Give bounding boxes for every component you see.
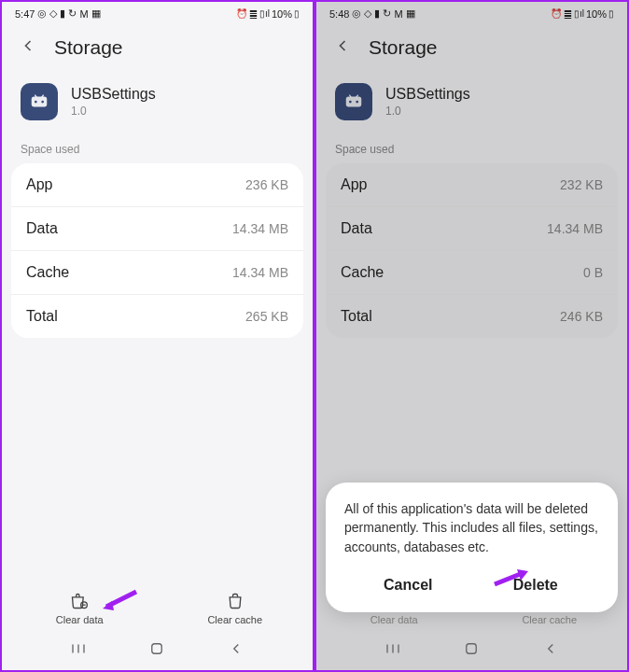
clear-data-label: Clear data xyxy=(56,614,104,625)
battery-pct: 10% xyxy=(272,8,292,20)
row-app: App 236 KB xyxy=(11,163,303,207)
page-title: Storage xyxy=(54,36,123,59)
row-label: Cache xyxy=(26,264,69,281)
battery-small-icon: ▮ xyxy=(60,7,65,20)
row-value: 265 KB xyxy=(245,309,288,324)
row-value: 14.34 MB xyxy=(232,265,288,280)
gmail-icon: M xyxy=(79,8,88,20)
row-value: 236 KB xyxy=(245,177,288,192)
app-icon xyxy=(21,83,58,120)
cancel-button[interactable]: Cancel xyxy=(344,571,472,599)
recents-icon[interactable] xyxy=(384,640,401,661)
recents-icon[interactable] xyxy=(70,640,87,661)
section-label: Space used xyxy=(2,139,313,163)
annotation-arrow-icon xyxy=(99,588,140,618)
confirm-dialog: All of this application's data will be d… xyxy=(326,483,618,612)
bottom-actions: Clear data Clear cache xyxy=(2,582,313,631)
svg-rect-0 xyxy=(32,97,48,107)
clear-cache-button[interactable]: Clear cache xyxy=(158,592,314,625)
row-data: Data 14.34 MB xyxy=(11,207,303,251)
screen-right: 5:48 ◎ ◇ ▮ ↻ M ▦ ⏰ ䷀ ▯ıl 10% ▯ Storage U… xyxy=(316,2,627,670)
row-cache: Cache 14.34 MB xyxy=(11,251,303,295)
clear-cache-label: Clear cache xyxy=(207,614,262,625)
app-name: USBSettings xyxy=(71,86,156,103)
row-label: Total xyxy=(26,308,58,325)
svg-point-1 xyxy=(35,101,37,104)
svg-point-2 xyxy=(41,101,44,104)
svg-rect-19 xyxy=(467,644,477,654)
back-nav-icon[interactable] xyxy=(542,640,559,661)
calendar-icon: ▦ xyxy=(91,7,101,20)
sync-icon: ↻ xyxy=(68,7,77,20)
alarm-icon: ⏰ xyxy=(236,8,247,19)
back-nav-icon[interactable] xyxy=(228,640,245,661)
dialog-message: All of this application's data will be d… xyxy=(344,499,599,556)
app-info: USBSettings 1.0 xyxy=(2,76,313,139)
header: Storage xyxy=(2,23,313,76)
nav-bar xyxy=(316,631,627,670)
annotation-arrow-icon xyxy=(491,567,532,595)
app-version: 1.0 xyxy=(71,105,156,118)
row-label: App xyxy=(26,176,52,193)
battery-icon: ▯ xyxy=(294,8,300,19)
back-icon[interactable] xyxy=(19,36,37,59)
home-icon[interactable] xyxy=(463,640,480,661)
storage-card: App 236 KB Data 14.34 MB Cache 14.34 MB … xyxy=(11,163,303,338)
whatsapp-icon: ◎ xyxy=(37,7,47,20)
svg-rect-10 xyxy=(152,644,162,654)
instagram-icon: ◇ xyxy=(49,7,57,20)
nav-bar xyxy=(2,631,313,670)
row-label: Data xyxy=(26,220,58,237)
signal-icon: ▯ıl xyxy=(259,8,270,19)
status-time: 5:47 xyxy=(15,8,35,20)
row-value: 14.34 MB xyxy=(232,221,288,236)
volte-icon: ䷀ xyxy=(249,8,258,19)
row-total: Total 265 KB xyxy=(11,295,303,338)
home-icon[interactable] xyxy=(148,640,165,661)
status-bar: 5:47 ◎ ◇ ▮ ↻ M ▦ ⏰ ䷀ ▯ıl 10% ▯ xyxy=(2,2,313,23)
screen-left: 5:47 ◎ ◇ ▮ ↻ M ▦ ⏰ ䷀ ▯ıl 10% ▯ Storage U… xyxy=(2,2,313,670)
